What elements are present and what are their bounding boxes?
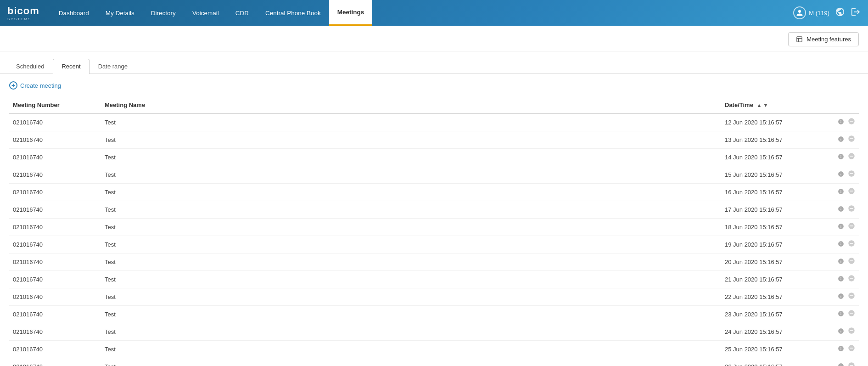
- row-remove-icon[interactable]: [848, 275, 855, 284]
- sort-icon: ▲ ▼: [757, 102, 768, 108]
- cell-meeting-number: 021016740: [9, 201, 101, 219]
- col-header-datetime[interactable]: Date/Time ▲ ▼: [721, 97, 822, 113]
- row-remove-icon[interactable]: [848, 222, 855, 232]
- logo-text: bicom: [7, 5, 39, 17]
- row-remove-icon[interactable]: [848, 118, 855, 127]
- language-icon[interactable]: [835, 7, 845, 19]
- row-remove-icon[interactable]: [848, 344, 855, 354]
- row-info-icon[interactable]: [838, 188, 844, 197]
- svg-rect-0: [797, 37, 802, 42]
- cell-actions: [822, 219, 859, 236]
- meetings-table-container: Meeting Number Meeting Name Date/Time ▲ …: [0, 97, 868, 366]
- main-header: bicom SYSTEMS Dashboard My Details Direc…: [0, 0, 868, 26]
- table-row: 021016740 Test 19 Jun 2020 15:16:57: [9, 236, 859, 253]
- row-remove-icon[interactable]: [848, 205, 855, 214]
- logo-subtext: SYSTEMS: [7, 17, 39, 21]
- nav-item-cdr[interactable]: CDR: [227, 0, 257, 26]
- row-info-icon[interactable]: [838, 258, 844, 266]
- row-info-icon[interactable]: [838, 118, 844, 127]
- cell-meeting-number: 021016740: [9, 184, 101, 201]
- row-remove-icon[interactable]: [848, 362, 855, 366]
- cell-meeting-number: 021016740: [9, 131, 101, 149]
- row-remove-icon[interactable]: [848, 135, 855, 145]
- row-info-icon[interactable]: [838, 241, 844, 249]
- cell-meeting-number: 021016740: [9, 149, 101, 166]
- row-info-icon[interactable]: [838, 171, 844, 179]
- cell-meeting-number: 021016740: [9, 113, 101, 131]
- row-info-icon[interactable]: [838, 293, 844, 301]
- cell-meeting-datetime: 24 Jun 2020 15:16:57: [721, 323, 822, 341]
- cell-meeting-name: Test: [101, 201, 721, 219]
- main-nav: Dashboard My Details Directory Voicemail…: [50, 0, 793, 26]
- row-info-icon[interactable]: [838, 363, 844, 366]
- cell-actions: [822, 201, 859, 219]
- cell-meeting-name: Test: [101, 236, 721, 253]
- row-remove-icon[interactable]: [848, 292, 855, 302]
- cell-meeting-name: Test: [101, 306, 721, 323]
- nav-item-my-details[interactable]: My Details: [97, 0, 143, 26]
- row-info-icon[interactable]: [838, 310, 844, 319]
- meeting-features-label: Meeting features: [806, 36, 851, 43]
- row-info-icon[interactable]: [838, 136, 844, 144]
- cell-meeting-datetime: 21 Jun 2020 15:16:57: [721, 271, 822, 288]
- cell-meeting-name: Test: [101, 358, 721, 366]
- row-remove-icon[interactable]: [848, 152, 855, 162]
- nav-item-meetings[interactable]: Meetings: [329, 0, 373, 26]
- logout-icon[interactable]: [851, 7, 861, 19]
- row-info-icon[interactable]: [838, 153, 844, 162]
- row-remove-icon[interactable]: [848, 310, 855, 319]
- cell-meeting-datetime: 14 Jun 2020 15:16:57: [721, 149, 822, 166]
- col-header-name: Meeting Name: [101, 97, 721, 113]
- row-info-icon[interactable]: [838, 223, 844, 231]
- row-remove-icon[interactable]: [848, 240, 855, 249]
- tab-date-range[interactable]: Date range: [90, 59, 136, 73]
- cell-meeting-datetime: 23 Jun 2020 15:16:57: [721, 306, 822, 323]
- cell-meeting-name: Test: [101, 288, 721, 306]
- cell-meeting-datetime: 25 Jun 2020 15:16:57: [721, 341, 822, 358]
- meeting-features-button[interactable]: Meeting features: [788, 32, 859, 46]
- row-info-icon[interactable]: [838, 328, 844, 336]
- cell-meeting-datetime: 16 Jun 2020 15:16:57: [721, 184, 822, 201]
- cell-actions: [822, 184, 859, 201]
- user-label: M (119): [809, 10, 829, 17]
- row-info-icon[interactable]: [838, 276, 844, 284]
- row-remove-icon[interactable]: [848, 170, 855, 180]
- table-header-row: Meeting Number Meeting Name Date/Time ▲ …: [9, 97, 859, 113]
- tab-recent[interactable]: Recent: [53, 59, 89, 74]
- col-header-datetime-label: Date/Time: [725, 101, 753, 108]
- logo: bicom SYSTEMS: [7, 5, 39, 21]
- nav-item-directory[interactable]: Directory: [143, 0, 184, 26]
- cell-actions: [822, 271, 859, 288]
- nav-item-central-phone-book[interactable]: Central Phone Book: [257, 0, 329, 26]
- table-row: 021016740 Test 15 Jun 2020 15:16:57: [9, 166, 859, 184]
- table-row: 021016740 Test 12 Jun 2020 15:16:57: [9, 113, 859, 131]
- row-remove-icon[interactable]: [848, 187, 855, 197]
- cell-actions: [822, 323, 859, 341]
- table-row: 021016740 Test 23 Jun 2020 15:16:57: [9, 306, 859, 323]
- cell-meeting-name: Test: [101, 253, 721, 271]
- table-row: 021016740 Test 22 Jun 2020 15:16:57: [9, 288, 859, 306]
- plus-circle-icon: +: [9, 81, 17, 90]
- user-menu-button[interactable]: M (119): [793, 6, 829, 19]
- cell-meeting-number: 021016740: [9, 271, 101, 288]
- cell-meeting-number: 021016740: [9, 306, 101, 323]
- nav-item-dashboard[interactable]: Dashboard: [50, 0, 97, 26]
- row-info-icon[interactable]: [838, 206, 844, 214]
- row-remove-icon[interactable]: [848, 327, 855, 337]
- col-header-number: Meeting Number: [9, 97, 101, 113]
- meeting-features-bar: Meeting features: [0, 26, 868, 51]
- cell-meeting-name: Test: [101, 113, 721, 131]
- cell-actions: [822, 306, 859, 323]
- cell-meeting-name: Test: [101, 271, 721, 288]
- nav-item-voicemail[interactable]: Voicemail: [184, 0, 227, 26]
- row-info-icon[interactable]: [838, 345, 844, 354]
- cell-meeting-datetime: 19 Jun 2020 15:16:57: [721, 236, 822, 253]
- tab-scheduled[interactable]: Scheduled: [7, 59, 53, 73]
- row-remove-icon[interactable]: [848, 257, 855, 267]
- create-meeting-button[interactable]: + Create meeting: [0, 74, 868, 97]
- cell-actions: [822, 236, 859, 253]
- cell-actions: [822, 341, 859, 358]
- cell-meeting-number: 021016740: [9, 253, 101, 271]
- cell-actions: [822, 131, 859, 149]
- cell-meeting-datetime: 20 Jun 2020 15:16:57: [721, 253, 822, 271]
